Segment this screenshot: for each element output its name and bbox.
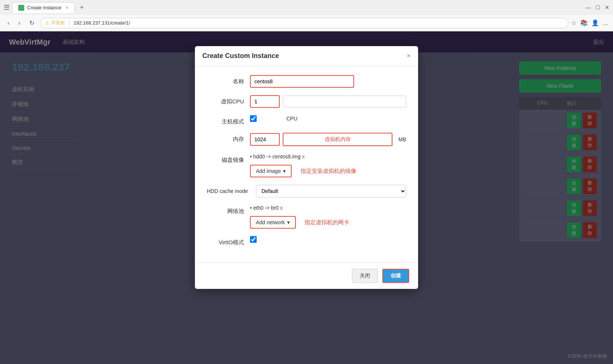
virtio-checkbox[interactable] (250, 236, 257, 243)
disk-label: 磁盘镜像 (207, 154, 244, 164)
add-image-dropdown-icon: ▾ (283, 168, 286, 174)
cpu-label: 虚拟CPU (207, 95, 244, 105)
hostmode-label: 主机模式 (207, 115, 244, 125)
modal-body: 名称 虚拟CPU 主机模式 (195, 66, 418, 262)
browser-menu-icon[interactable]: ☰ (4, 3, 10, 12)
hostmode-checkbox[interactable] (250, 115, 257, 122)
name-input[interactable] (250, 75, 354, 88)
collections-icon[interactable]: 📚 (580, 19, 588, 26)
title-bar-left: ☰ Create Instance × + (4, 2, 583, 13)
favorites-icon[interactable]: ☆ (571, 19, 577, 26)
hdd-cache-label: HDD cache mode (207, 188, 251, 194)
memory-input[interactable] (250, 133, 280, 146)
refresh-button[interactable]: ↻ (26, 18, 37, 28)
memory-inline-row: 虚拟机内存 MB (250, 133, 406, 146)
tab-title: Create Instance (27, 5, 61, 10)
virtio-label: VirtIO模式 (207, 236, 244, 246)
title-bar-controls: — ☐ ✕ (586, 4, 609, 10)
disk-item-text: hdd0 -> centos8.img (253, 154, 301, 160)
cpu-row: 虚拟CPU (207, 95, 406, 108)
disk-action-row: Add image ▾ 指定安装虚拟机的镜像 (250, 165, 406, 177)
cpu-secondary-input[interactable] (283, 96, 406, 107)
memory-row: 内存 虚拟机内存 MB (207, 133, 406, 146)
create-instance-modal: Create Custom Instance × 名称 虚拟CPU (195, 46, 418, 289)
disk-remove-link[interactable]: x (302, 154, 305, 160)
disk-item: • hdd0 -> centos8.img x (250, 154, 406, 160)
address-bar[interactable]: ⚠ 不安全 | (40, 18, 568, 28)
security-warning-text: 不安全 (51, 20, 65, 26)
add-network-hint: 指定虚拟机的网卡 (305, 219, 349, 226)
security-warning-icon: ⚠ (45, 20, 49, 26)
network-remove-link[interactable]: x (280, 205, 283, 211)
memory-unit: MB (398, 136, 406, 142)
minimize-icon[interactable]: — (586, 4, 591, 10)
window-close-icon[interactable]: ✕ (605, 4, 609, 10)
nav-right-buttons: ☆ 📚 👤 … (571, 19, 609, 26)
network-controls: • eth0 -> br0 x Add network ▾ 指定虚拟机的网卡 (250, 205, 406, 229)
cpu-inline-row (250, 95, 406, 108)
memory-controls: 虚拟机内存 MB (250, 133, 406, 146)
modal-title: Create Custom Instance (202, 52, 279, 60)
new-tab-button[interactable]: + (77, 3, 87, 12)
back-button[interactable]: ‹ (4, 18, 12, 28)
nav-bar: ‹ › ↻ ⚠ 不安全 | ☆ 📚 👤 … (0, 15, 613, 31)
cpu-input[interactable] (250, 95, 280, 108)
modal-close-btn[interactable]: 关闭 (352, 269, 378, 283)
add-image-label: Add image (256, 168, 281, 174)
add-network-button[interactable]: Add network ▾ (250, 216, 296, 229)
hdd-cache-row: HDD cache mode Default (207, 185, 406, 197)
disk-row: 磁盘镜像 • hdd0 -> centos8.img x Add image ▾… (207, 154, 406, 177)
network-row: 网络池 • eth0 -> br0 x Add network ▾ 指定虚拟机的… (207, 205, 406, 229)
browser-tab[interactable]: Create Instance × (12, 2, 75, 13)
cpu-controls (250, 95, 406, 108)
network-action-row: Add network ▾ 指定虚拟机的网卡 (250, 216, 406, 229)
cpu-right-label: CPU (286, 116, 298, 122)
disk-controls: • hdd0 -> centos8.img x Add image ▾ 指定安装… (250, 154, 406, 177)
hostmode-row: 主机模式 CPU (207, 115, 406, 125)
modal-create-btn[interactable]: 创建 (382, 269, 409, 283)
add-image-button[interactable]: Add image ▾ (250, 165, 292, 177)
address-separator: | (68, 20, 70, 26)
name-label: 名称 (207, 75, 244, 85)
hdd-cache-select[interactable]: Default (256, 185, 406, 197)
name-controls (250, 75, 406, 88)
profile-icon[interactable]: 👤 (591, 19, 599, 26)
hdd-cache-inner: HDD cache mode Default (207, 185, 406, 197)
address-input[interactable] (74, 20, 564, 26)
memory-label: 内存 (207, 133, 244, 143)
hostmode-checkbox-row: CPU (250, 115, 406, 122)
hostmode-controls: CPU (250, 115, 406, 122)
modal-close-button[interactable]: × (407, 52, 411, 60)
memory-hint: 虚拟机内存 (283, 133, 392, 146)
modal-header: Create Custom Instance × (195, 46, 418, 66)
name-row: 名称 (207, 75, 406, 88)
browser-chrome: ☰ Create Instance × + — ☐ ✕ ‹ › ↻ ⚠ 不安全 … (0, 0, 613, 32)
virtio-controls (250, 236, 406, 243)
tab-close-icon[interactable]: × (66, 5, 68, 10)
network-item-text: eth0 -> br0 (253, 205, 279, 211)
title-bar: ☰ Create Instance × + — ☐ ✕ (0, 0, 613, 15)
add-image-hint: 指定安装虚拟机的镜像 (301, 168, 356, 175)
maximize-icon[interactable]: ☐ (596, 4, 600, 10)
network-item: • eth0 -> br0 x (250, 205, 406, 211)
tab-favicon (18, 5, 24, 11)
network-label: 网络池 (207, 205, 244, 215)
virtio-row: VirtIO模式 (207, 236, 406, 246)
add-network-label: Add network (256, 219, 285, 225)
modal-footer: 关闭 创建 (195, 262, 418, 289)
more-options-icon[interactable]: … (603, 20, 609, 26)
modal-overlay: Create Custom Instance × 名称 虚拟CPU (0, 31, 613, 364)
add-network-dropdown-icon: ▾ (287, 219, 290, 225)
forward-button[interactable]: › (15, 18, 23, 28)
